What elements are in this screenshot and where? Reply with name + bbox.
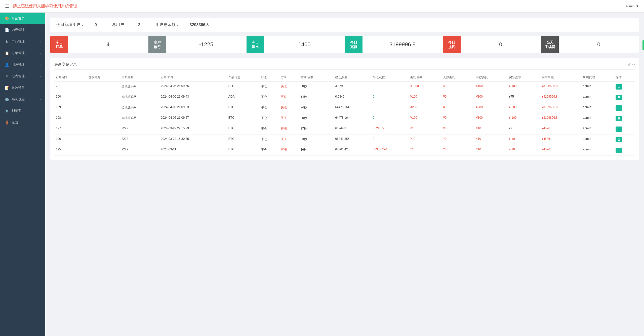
table-title: 最新交易记录 — [54, 62, 77, 67]
profit: ¥75 — [507, 92, 540, 103]
amount: ¥100 — [409, 92, 441, 103]
agent: admin — [581, 145, 614, 156]
username: 2222 — [120, 124, 159, 135]
detail-button[interactable]: ☰ — [616, 148, 622, 153]
order-time: 2024-03-21 — [159, 145, 227, 156]
product: ADA — [227, 92, 260, 103]
detail-button[interactable]: ☰ — [616, 105, 622, 111]
detail-button[interactable]: ☰ — [616, 127, 622, 132]
status: 平仓 — [260, 135, 279, 145]
valid: ¥100 — [474, 92, 507, 103]
detail-button[interactable]: ☰ — [616, 137, 622, 142]
status: 平仓 — [260, 82, 279, 92]
open-price: 0.6345 — [334, 92, 371, 103]
arrow-icon: › — [40, 98, 41, 101]
sidebar-item-5[interactable]: ¥ 报表管理 › — [0, 70, 45, 82]
table-row: 195 2222 2024-03-21 BTC 平仓 买涨 36秒 67361.… — [54, 145, 635, 156]
main-content: 今日新增用户： 0 总用户： 2 用户总余额： 3203366.8 今日订单 4… — [45, 13, 644, 336]
balance-after: ¥4586 — [540, 135, 581, 145]
hamburger-icon[interactable]: ☰ — [5, 4, 9, 9]
action-cell: ☰ — [614, 135, 635, 145]
invalid: ¥0 — [442, 124, 474, 135]
sidebar-label-1: 内容管理 — [12, 28, 25, 32]
invalid: ¥0 — [442, 145, 474, 156]
invalid: ¥0 — [442, 82, 474, 92]
sidebar-icon-4: 👤 — [5, 62, 9, 67]
sidebar-item-2[interactable]: ₿ 产品管理 › — [0, 36, 45, 47]
time-points: 60秒 — [299, 82, 334, 92]
direction: 买涨 — [279, 145, 299, 156]
valid: ¥10 — [474, 145, 507, 156]
order-no: 196 — [54, 135, 87, 145]
product: BTC — [227, 135, 260, 145]
username: 蜜桃源码网 — [120, 113, 159, 124]
sidebar-item-9[interactable]: 🚪 退出 — [0, 117, 45, 128]
new-users-label: 今日新增用户： — [56, 22, 85, 27]
valid: ¥100 — [474, 113, 507, 124]
chevron-down-icon: ▼ — [636, 4, 639, 8]
detail-button[interactable]: ☰ — [616, 84, 622, 90]
agent: admin — [581, 103, 614, 113]
stat-card-0: 今日订单 4 — [50, 36, 148, 53]
balance-after: ¥3198596.8 — [540, 82, 581, 92]
table-row: 198 蜜桃源码网 2024-04-06 21:09:27 BTC 平仓 买涨 … — [54, 113, 635, 124]
invalid: ¥0 — [442, 103, 474, 113]
sidebar-item-7[interactable]: ⚙️ 系统设置 › — [0, 94, 45, 105]
new-users-value: 0 — [95, 23, 97, 27]
header-title: -禁止违法使用只能学习使用系统管理 — [12, 4, 77, 9]
close-price: 66246.581 — [371, 124, 409, 135]
invalid: ¥0 — [442, 92, 474, 103]
card-label-2: 今日流水 — [247, 36, 264, 53]
balance-after: ¥3199696.8 — [540, 103, 581, 113]
sidebar-item-1[interactable]: 📄 内容管理 › — [0, 24, 45, 36]
sidebar-icon-6: 📝 — [5, 86, 9, 90]
close-price: 0 — [371, 82, 409, 92]
balance-after: ¥4596 — [540, 145, 581, 156]
sidebar-item-8[interactable]: ⚙️ 利息宝 › — [0, 105, 45, 117]
open-price: 43.79 — [334, 82, 371, 92]
order-time: 2024-04-06 21:09:43 — [159, 92, 227, 103]
invalid: ¥0 — [442, 135, 474, 145]
sidebar-item-6[interactable]: 📝 参数设置 › — [0, 82, 45, 94]
arrow-icon: › — [40, 109, 41, 112]
amount: ¥100 — [409, 113, 441, 124]
sidebar-item-0[interactable]: 🎨 后台首页 — [0, 13, 45, 24]
username: 蜜桃源码网 — [120, 92, 159, 103]
stat-card-2: 今日流水 1400 — [247, 36, 345, 53]
stat-card-5: 当天手续费 0 — [541, 36, 639, 53]
time-points: 24秒 — [299, 103, 334, 113]
col-header: 交易账号 — [87, 73, 120, 82]
card-value-4: 0 — [461, 41, 541, 48]
card-value-0: 4 — [68, 41, 148, 48]
sidebar-item-3[interactable]: 📋 订单管理 › — [0, 47, 45, 59]
valid: ¥10 — [474, 135, 507, 145]
total-users-value: 2 — [138, 23, 140, 27]
sidebar-item-left: 📄 内容管理 — [5, 28, 25, 32]
sidebar-item-4[interactable]: 👤 用户管理 › — [0, 59, 45, 70]
open-price: 66243.855 — [334, 135, 371, 145]
sidebar-item-left: 🎨 后台首页 — [5, 16, 25, 21]
agent: admin — [581, 113, 614, 124]
profit: ¥9 — [507, 124, 540, 135]
table-header: 最新交易记录 更多>> — [54, 62, 635, 70]
col-header: 操作 — [614, 73, 635, 82]
sidebar-label-0: 后台首页 — [12, 16, 25, 21]
amount: ¥10 — [409, 135, 441, 145]
valid: ¥1000 — [474, 82, 507, 92]
sidebar-label-2: 产品管理 — [12, 39, 25, 44]
card-label-4: 今日提现 — [443, 36, 461, 53]
arrow-icon: › — [40, 28, 41, 31]
amount: ¥1000 — [409, 82, 441, 92]
col-header: 状态 — [260, 73, 279, 82]
user-menu[interactable]: admin ▼ — [626, 4, 639, 8]
table-more-link[interactable]: 更多>> — [625, 62, 635, 67]
sidebar-icon-9: 🚪 — [5, 120, 9, 125]
open-price: 64478.164 — [334, 103, 371, 113]
username-label: admin — [626, 4, 634, 8]
action-cell: ☰ — [614, 82, 635, 92]
header: ☰ -禁止违法使用只能学习使用系统管理 admin ▼ — [0, 0, 644, 13]
direction: 买涨 — [279, 135, 299, 145]
detail-button[interactable]: ☰ — [616, 95, 622, 100]
detail-button[interactable]: ☰ — [616, 116, 622, 121]
status: 平仓 — [260, 145, 279, 156]
